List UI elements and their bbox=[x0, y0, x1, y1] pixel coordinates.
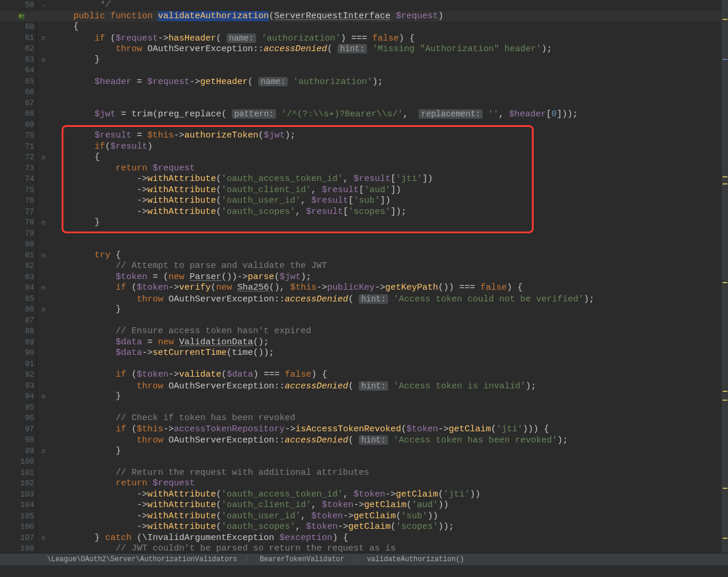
code-lines[interactable]: */ public function validateAuthorization… bbox=[50, 0, 722, 565]
line-number[interactable]: 65 bbox=[0, 76, 36, 88]
line-number[interactable]: 71 bbox=[0, 142, 36, 153]
code-line[interactable]: $data->setCurrentTime(time()); bbox=[52, 348, 722, 359]
line-number[interactable]: 81 bbox=[0, 250, 36, 261]
fold-toggle-icon[interactable] bbox=[37, 413, 50, 424]
fold-toggle-icon[interactable] bbox=[37, 87, 50, 98]
line-number[interactable]: 107 bbox=[0, 533, 36, 544]
line-number[interactable]: 66 bbox=[0, 87, 36, 98]
fold-toggle-icon[interactable] bbox=[37, 402, 50, 414]
fold-toggle-icon[interactable] bbox=[37, 370, 50, 381]
fold-toggle-icon[interactable] bbox=[37, 174, 50, 185]
code-line[interactable]: $token = (new Parser())->parse($jwt); bbox=[52, 272, 722, 283]
fold-toggle-icon[interactable]: ⊟ bbox=[37, 55, 50, 66]
line-number[interactable]: 92 bbox=[0, 370, 36, 381]
code-line[interactable]: throw OAuthServerException::accessDenied… bbox=[52, 294, 722, 305]
fold-toggle-icon[interactable]: ⊟ bbox=[37, 152, 50, 163]
code-line[interactable]: ->withAttribute('oauth_scopes', $token->… bbox=[52, 522, 722, 533]
line-number[interactable]: 105 bbox=[0, 511, 36, 522]
code-line[interactable]: $header = $request->getHeader( name: 'au… bbox=[52, 76, 722, 88]
code-line[interactable]: ->withAttribute('oauth_scopes', $result[… bbox=[52, 207, 722, 218]
scrollbar-minimap[interactable] bbox=[722, 0, 728, 565]
minimap-mark-icon[interactable] bbox=[723, 59, 727, 60]
line-number[interactable]: 74 bbox=[0, 174, 36, 185]
fold-toggle-icon[interactable] bbox=[37, 435, 50, 446]
line-number-gutter[interactable]: 5859606162636465666768697071727374757677… bbox=[0, 0, 37, 565]
fold-toggle-icon[interactable] bbox=[37, 316, 50, 327]
override-gutter-icon[interactable]: 0↑ bbox=[18, 13, 25, 20]
fold-toggle-icon[interactable] bbox=[37, 43, 50, 55]
minimap-mark-icon[interactable] bbox=[723, 282, 727, 283]
code-line[interactable]: try { bbox=[52, 250, 722, 261]
code-line[interactable]: // Ensure access token hasn't expired bbox=[52, 326, 722, 337]
code-line[interactable] bbox=[52, 457, 722, 468]
line-number[interactable]: 97 bbox=[0, 424, 36, 435]
code-line[interactable]: $result = $this->authorizeToken($jwt); bbox=[52, 130, 722, 142]
line-number[interactable]: 60 bbox=[0, 22, 36, 33]
line-number[interactable]: 85 bbox=[0, 294, 36, 305]
fold-toggle-icon[interactable] bbox=[37, 348, 50, 359]
fold-toggle-icon[interactable] bbox=[37, 239, 50, 250]
fold-toggle-icon[interactable]: ⊟ bbox=[37, 217, 50, 229]
fold-toggle-icon[interactable] bbox=[37, 22, 50, 33]
line-number[interactable]: 62 bbox=[0, 43, 36, 55]
code-line[interactable]: */ bbox=[52, 0, 722, 11]
code-line[interactable]: // Return the request with additional at… bbox=[52, 468, 722, 479]
line-number[interactable]: 58 bbox=[0, 0, 36, 11]
line-number[interactable]: 76 bbox=[0, 196, 36, 207]
fold-toggle-icon[interactable] bbox=[37, 326, 50, 337]
code-line[interactable]: public function validateAuthorization(Se… bbox=[52, 11, 722, 22]
fold-toggle-icon[interactable] bbox=[37, 359, 50, 370]
breadcrumb-path[interactable]: \League\OAuth2\Server\AuthorizationValid… bbox=[47, 555, 237, 563]
fold-toggle-icon[interactable]: ⊟ bbox=[37, 283, 50, 294]
minimap-mark-icon[interactable] bbox=[723, 538, 727, 539]
line-number[interactable]: 95 bbox=[0, 402, 36, 414]
fold-toggle-icon[interactable]: ⊟ bbox=[37, 391, 50, 402]
code-line[interactable]: if ($token->validate($data) === false) { bbox=[52, 370, 722, 381]
fold-toggle-icon[interactable] bbox=[37, 272, 50, 283]
line-number[interactable]: 101 bbox=[0, 468, 36, 479]
line-number[interactable]: 67 bbox=[0, 98, 36, 109]
line-number[interactable]: 83 bbox=[0, 272, 36, 283]
code-area[interactable]: 5859606162636465666768697071727374757677… bbox=[0, 0, 722, 565]
fold-toggle-icon[interactable] bbox=[37, 294, 50, 305]
line-number[interactable]: 91 bbox=[0, 359, 36, 370]
line-number[interactable]: 103 bbox=[0, 489, 36, 501]
fold-toggle-icon[interactable] bbox=[37, 130, 50, 142]
fold-toggle-icon[interactable]: – bbox=[37, 0, 50, 11]
fold-toggle-icon[interactable] bbox=[37, 98, 50, 109]
line-number[interactable]: 88 bbox=[0, 326, 36, 337]
fold-toggle-icon[interactable]: ⊟ bbox=[37, 33, 50, 44]
code-line[interactable]: ->withAttribute('oauth_client_id', $toke… bbox=[52, 500, 722, 511]
line-number[interactable]: 77 bbox=[0, 207, 36, 218]
line-number[interactable]: 89 bbox=[0, 337, 36, 348]
code-line[interactable]: // Check if token has been revoked bbox=[52, 413, 722, 424]
fold-toggle-icon[interactable] bbox=[37, 109, 50, 120]
line-number[interactable]: 98 bbox=[0, 435, 36, 446]
code-line[interactable] bbox=[52, 229, 722, 240]
code-line[interactable]: } bbox=[52, 391, 722, 402]
line-number[interactable]: 87 bbox=[0, 316, 36, 327]
line-number[interactable]: 72 bbox=[0, 152, 36, 163]
code-line[interactable] bbox=[52, 98, 722, 109]
line-number[interactable]: 69 bbox=[0, 120, 36, 131]
fold-toggle-icon[interactable] bbox=[37, 381, 50, 392]
code-line[interactable]: } bbox=[52, 55, 722, 66]
line-number[interactable]: 63 bbox=[0, 55, 36, 66]
line-number[interactable]: 64 bbox=[0, 65, 36, 76]
minimap-mark-icon[interactable] bbox=[723, 391, 727, 392]
code-line[interactable] bbox=[52, 87, 722, 98]
minimap-mark-icon[interactable] bbox=[723, 19, 727, 20]
code-line[interactable]: if ($token->verify(new Sha256(), $this->… bbox=[52, 283, 722, 294]
code-editor[interactable]: 5859606162636465666768697071727374757677… bbox=[0, 0, 728, 565]
fold-column[interactable]: –⊟⊟⊟⊟⊟⊟⊟⊟⊟⊟⊟ bbox=[37, 0, 50, 565]
code-line[interactable]: } bbox=[52, 217, 722, 229]
line-number[interactable]: 94 bbox=[0, 391, 36, 402]
line-number[interactable]: 75 bbox=[0, 185, 36, 196]
fold-toggle-icon[interactable]: ⊟ bbox=[37, 250, 50, 261]
line-number[interactable]: 102 bbox=[0, 478, 36, 489]
line-number[interactable]: 93 bbox=[0, 381, 36, 392]
code-line[interactable]: { bbox=[52, 152, 722, 163]
fold-toggle-icon[interactable] bbox=[37, 261, 50, 272]
breadcrumb-method[interactable]: validateAuthorization() bbox=[367, 555, 464, 563]
fold-toggle-icon[interactable]: ⊟ bbox=[37, 304, 50, 316]
